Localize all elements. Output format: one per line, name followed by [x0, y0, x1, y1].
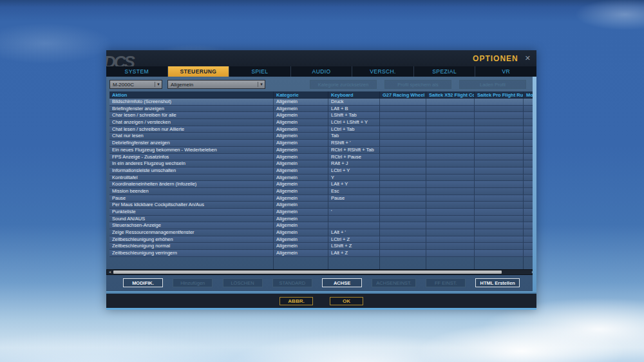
- table-row[interactable]: Chat lesen / schreiben nur AllierteAllge…: [109, 126, 533, 133]
- aircraft-select[interactable]: M-2000C ▾: [109, 80, 162, 89]
- header-cell-saitek-pro-flight-rudd[interactable]: Saitek Pro Flight Rudd: [475, 91, 524, 98]
- action-cell: Mission beenden: [109, 188, 274, 195]
- tab-system[interactable]: SYSTEM: [106, 66, 167, 77]
- mouse-cell: [524, 167, 533, 174]
- mouse-cell: [524, 112, 533, 119]
- delete-button[interactable]: LÖSCHEN: [223, 278, 263, 287]
- keyboard-cell: Y: [328, 175, 380, 181]
- cancel-button[interactable]: ABBR.: [279, 297, 313, 305]
- rudder-cell: [475, 181, 524, 187]
- action-cell: Sound AN/AUS: [109, 216, 274, 222]
- header-cell-kategorie[interactable]: Kategorie: [274, 91, 328, 98]
- tab-spezial[interactable]: SPEZIAL: [413, 66, 475, 77]
- toolbar: M-2000C ▾ Allgemein ▾ Kategorie zurückse…: [106, 77, 536, 90]
- header-cell-mo[interactable]: Mo: [524, 91, 533, 98]
- category-cell: Allgemein: [274, 160, 328, 167]
- modify-button[interactable]: MODIFIK.: [123, 278, 163, 287]
- mouse-cell: [524, 188, 533, 195]
- keyboard-cell: [328, 222, 380, 229]
- tab-audio[interactable]: AUDIO: [290, 66, 352, 77]
- table-row[interactable]: Zeige RessourcenmanagementfensterAllgeme…: [109, 229, 533, 236]
- ff-settings-button[interactable]: FF EINST.: [426, 278, 466, 287]
- header-cell-aktion[interactable]: Aktion: [109, 91, 274, 98]
- right-scroll-strip[interactable]: [533, 77, 536, 291]
- scroll-left-icon[interactable]: ◄: [107, 270, 113, 274]
- table-row[interactable]: Zeitbeschleunigung erhöhenAllgemeinLCtrl…: [109, 236, 533, 243]
- rudder-cell: [475, 175, 524, 181]
- table-row[interactable]: Sound AN/AUSAllgemein: [109, 216, 533, 223]
- table-row[interactable]: Informationsleiste umschaltenAllgemeinLC…: [109, 167, 533, 175]
- g27-cell: [380, 126, 426, 133]
- table-row[interactable]: KontrolltafelAllgemeinY: [109, 175, 533, 182]
- g27-cell: [380, 250, 426, 256]
- dcs-logo: DCS: [106, 50, 151, 66]
- add-button[interactable]: Hinzufügen: [173, 278, 213, 287]
- category-cell: Allgemein: [274, 126, 328, 133]
- table-row[interactable]: In ein anderes Flugzeug wechselnAllgemei…: [109, 160, 533, 167]
- x52-cell: [426, 154, 475, 160]
- action-cell: In ein anderes Flugzeug wechseln: [109, 160, 274, 167]
- header-cell-g27-racing-wheel-ac[interactable]: G27 Racing Wheel (AC: [380, 91, 426, 98]
- header-cell-saitek-x52-flight-cont[interactable]: Saitek X52 Flight Cont: [426, 91, 475, 98]
- scrollbar-thumb[interactable]: [113, 271, 502, 274]
- x52-cell: [426, 229, 475, 236]
- default-button[interactable]: STANDARD: [272, 278, 312, 287]
- rudder-cell: [475, 202, 524, 208]
- table-row[interactable]: PunktelisteAllgemein': [109, 209, 533, 216]
- ok-button[interactable]: OK: [330, 297, 363, 305]
- rudder-cell: [475, 229, 524, 236]
- category-select[interactable]: Allgemein ▾: [167, 80, 265, 89]
- table-row[interactable]: Koordinateneinheiten ändern (Infozeile)A…: [109, 181, 533, 188]
- category-cell: Allgemein: [274, 140, 328, 146]
- rudder-cell: [475, 154, 524, 160]
- keyboard-cell: [328, 216, 380, 222]
- reset-category-button[interactable]: Kategorie zurücksetzen: [310, 80, 377, 89]
- axis-settings-button[interactable]: ACHSENEINST.: [372, 278, 416, 287]
- footer-buttons: MODIFIK.HinzufügenLÖSCHENSTANDARDACHSEAC…: [106, 276, 536, 291]
- rudder-cell: [475, 99, 524, 105]
- tab-spiel[interactable]: SPIEL: [229, 66, 290, 77]
- table-row[interactable]: Briefingfenster anzeigenAllgemeinLAlt + …: [109, 106, 533, 113]
- mouse-cell: [524, 119, 533, 126]
- horizontal-scrollbar[interactable]: ◄ ►: [106, 269, 536, 275]
- rudder-cell: [475, 112, 524, 119]
- table-row[interactable]: Mission beendenAllgemeinEsc: [109, 188, 533, 195]
- table-row[interactable]: Zeitbeschleunigung normalAllgemeinLShift…: [109, 243, 533, 250]
- axis-button[interactable]: ACHSE: [322, 278, 362, 287]
- mouse-cell: [524, 133, 533, 139]
- keyboard-cell: RShift + ': [328, 140, 380, 146]
- x52-cell: [426, 216, 475, 222]
- table-row[interactable]: FPS Anzeige - ZusatzinfosAllgemeinRCtrl …: [109, 154, 533, 161]
- mouse-cell: [524, 175, 533, 181]
- category-cell: Allgemein: [274, 147, 328, 153]
- tab-versch[interactable]: VERSCH.: [352, 66, 413, 77]
- action-cell: Zeige Ressourcenmanagementfenster: [109, 229, 274, 236]
- rudder-cell: [475, 243, 524, 249]
- mouse-cell: [524, 202, 533, 208]
- table-row[interactable]: Ein neues Flugzeug bekommen - Wiederbele…: [109, 147, 533, 154]
- table-row[interactable]: Chat nur lesenAllgemeinTab: [109, 133, 533, 140]
- html-create-button[interactable]: HTML Erstellen: [475, 278, 519, 287]
- keyboard-cell: LCtrl + Tab: [328, 126, 380, 133]
- scrollbar-track[interactable]: [113, 270, 530, 274]
- load-profile-button[interactable]: Laden Profil: [459, 80, 526, 89]
- rudder-cell: [475, 140, 524, 146]
- x52-cell: [426, 175, 475, 181]
- table-row[interactable]: Zeitbeschleunigung verringernAllgemeinLA…: [109, 250, 533, 257]
- table-row[interactable]: Steuerachsen-AnzeigeAllgemein: [109, 222, 533, 229]
- table-row[interactable]: Char lesen / schreiben für alleAllgemein…: [109, 112, 533, 119]
- save-profile-button[interactable]: Profil speichern als: [384, 80, 451, 89]
- tab-vr[interactable]: VR: [475, 66, 536, 77]
- header-cell-keyboard[interactable]: Keyboard: [328, 91, 380, 98]
- close-icon[interactable]: ✕: [525, 54, 531, 62]
- table-row[interactable]: Debriefingfenster anzeigenAllgemeinRShif…: [109, 140, 533, 147]
- tab-steuerung[interactable]: STEUERUNG: [167, 66, 229, 77]
- category-cell: Allgemein: [274, 175, 328, 181]
- category-cell: Allgemein: [274, 133, 328, 139]
- g27-cell: [380, 195, 426, 202]
- table-row[interactable]: Per Maus klickbare Cockpitschalter An/Au…: [109, 202, 533, 209]
- table-row[interactable]: Bildschirmfoto (Screenshot)AllgemeinDruc…: [109, 99, 533, 106]
- table-row[interactable]: PauseAllgemeinPause: [109, 195, 533, 202]
- table-row[interactable]: Chat anzeigen / versteckenAllgemeinLCtrl…: [109, 119, 533, 126]
- keyboard-cell: Esc: [328, 188, 380, 195]
